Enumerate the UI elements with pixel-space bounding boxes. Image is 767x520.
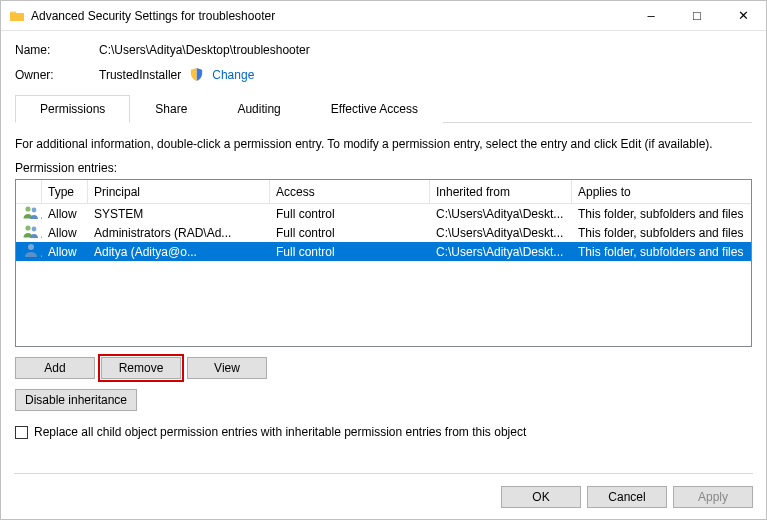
user-icon (16, 224, 42, 241)
svg-point-3 (32, 227, 37, 232)
svg-point-1 (32, 208, 37, 213)
user-icon (16, 205, 42, 222)
tab-share[interactable]: Share (130, 95, 212, 123)
table-row[interactable]: AllowAdministrators (RAD\Ad...Full contr… (16, 223, 751, 242)
cancel-button[interactable]: Cancel (587, 486, 667, 508)
table-row[interactable]: AllowSYSTEMFull controlC:\Users\Aditya\D… (16, 204, 751, 223)
name-value: C:\Users\Aditya\Desktop\troubleshooter (99, 43, 310, 57)
apply-button[interactable]: Apply (673, 486, 753, 508)
window-title: Advanced Security Settings for troublesh… (31, 9, 628, 23)
cell-inherited: C:\Users\Aditya\Deskt... (430, 207, 572, 221)
change-owner-link[interactable]: Change (212, 68, 254, 82)
th-applies[interactable]: Applies to (572, 180, 751, 203)
permission-entries-table[interactable]: Type Principal Access Inherited from App… (15, 179, 752, 347)
name-label: Name: (15, 43, 99, 57)
th-inherited[interactable]: Inherited from (430, 180, 572, 203)
cell-access: Full control (270, 226, 430, 240)
maximize-button[interactable]: □ (674, 1, 720, 30)
cell-principal: SYSTEM (88, 207, 270, 221)
svg-point-2 (25, 225, 30, 230)
instruction-text: For additional information, double-click… (15, 137, 752, 151)
cell-type: Allow (42, 207, 88, 221)
remove-button[interactable]: Remove (101, 357, 181, 379)
svg-point-4 (28, 244, 34, 250)
cell-applies: This folder, subfolders and files (572, 207, 751, 221)
ok-button[interactable]: OK (501, 486, 581, 508)
view-button[interactable]: View (187, 357, 267, 379)
footer-divider (14, 473, 753, 474)
tab-effective-access[interactable]: Effective Access (306, 95, 443, 123)
cell-access: Full control (270, 245, 430, 259)
cell-principal: Aditya (Aditya@o... (88, 245, 270, 259)
cell-inherited: C:\Users\Aditya\Deskt... (430, 226, 572, 240)
add-button[interactable]: Add (15, 357, 95, 379)
tab-permissions[interactable]: Permissions (15, 95, 130, 123)
user-icon (16, 243, 42, 260)
cell-type: Allow (42, 226, 88, 240)
th-access[interactable]: Access (270, 180, 430, 203)
titlebar: Advanced Security Settings for troublesh… (1, 1, 766, 31)
th-principal[interactable]: Principal (88, 180, 270, 203)
owner-value: TrustedInstaller (99, 68, 181, 82)
owner-label: Owner: (15, 68, 99, 82)
disable-inheritance-button[interactable]: Disable inheritance (15, 389, 137, 411)
th-icon[interactable] (16, 180, 42, 203)
minimize-button[interactable]: – (628, 1, 674, 30)
folder-icon (9, 8, 25, 24)
replace-children-checkbox[interactable] (15, 426, 28, 439)
cell-applies: This folder, subfolders and files (572, 245, 751, 259)
cell-inherited: C:\Users\Aditya\Deskt... (430, 245, 572, 259)
cell-applies: This folder, subfolders and files (572, 226, 751, 240)
cell-principal: Administrators (RAD\Ad... (88, 226, 270, 240)
replace-children-label: Replace all child object permission entr… (34, 425, 526, 439)
table-row[interactable]: AllowAditya (Aditya@o...Full controlC:\U… (16, 242, 751, 261)
cell-access: Full control (270, 207, 430, 221)
shield-icon (189, 67, 204, 82)
close-button[interactable]: ✕ (720, 1, 766, 30)
svg-point-0 (25, 206, 30, 211)
th-type[interactable]: Type (42, 180, 88, 203)
tab-auditing[interactable]: Auditing (212, 95, 305, 123)
cell-type: Allow (42, 245, 88, 259)
tabs: Permissions Share Auditing Effective Acc… (15, 94, 752, 123)
entries-label: Permission entries: (15, 161, 752, 175)
